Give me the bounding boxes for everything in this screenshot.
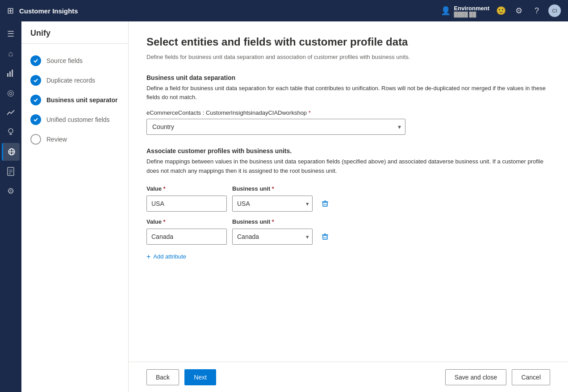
app-body: ☰ ⌂ ◎ ⚙ Unify Source fields [0,21,568,392]
sidebar-step-review[interactable]: Review [21,129,128,149]
delete-row-2-button[interactable] [318,229,332,244]
chart-nav-icon[interactable] [2,104,20,121]
sidebar-step-unified[interactable]: Unified customer fields [21,110,128,129]
add-attribute-button[interactable]: + Add attribute [146,251,186,263]
value-column-header: Value * [146,185,227,192]
add-plus-icon: + [146,253,150,261]
hamburger-menu-icon[interactable]: ☰ [2,25,20,43]
svg-rect-1 [9,71,11,77]
business-unit-select-1[interactable]: USA Canada [232,196,313,212]
report-nav-icon[interactable] [2,163,20,180]
business-unit-label-2: Business unit * [232,218,313,225]
step-label-unified: Unified customer fields [46,116,110,123]
business-unit-section-desc: Define a field for business unit data se… [146,84,550,103]
bulb-nav-icon[interactable] [2,123,20,141]
sidebar-steps: Source fields Duplicate records Business… [21,44,128,392]
business-unit-select-wrap-1: USA Canada ▾ [232,196,313,212]
country-select-container: Country Region State ▾ [146,119,405,135]
segment-nav-icon[interactable] [2,143,20,161]
sidebar-header: Unify [21,21,128,44]
env-sublabel: ████ ██ [454,12,489,17]
step-label-review: Review [46,136,67,143]
main-content: Select entities and fields with customer… [129,21,568,392]
value-input-1[interactable] [146,196,227,212]
cancel-button[interactable]: Cancel [512,369,550,385]
environment-info: 👤 Environment ████ ██ [441,5,489,17]
add-attribute-label: Add attribute [153,253,186,260]
delete-row-1-button[interactable] [318,196,332,211]
analytics-nav-icon[interactable] [2,64,20,82]
mapping-columns-header: Value * Business unit * [146,185,550,192]
step-circle-duplicate [30,75,41,86]
env-label: Environment [454,5,489,12]
mapping-row-2: Canada USA ▾ [146,229,550,245]
svg-rect-18 [323,235,327,239]
back-button[interactable]: Back [146,369,179,385]
associate-section-title: Associate customer profiles with busines… [146,147,550,154]
svg-point-3 [8,129,13,133]
sidebar-step-duplicate[interactable]: Duplicate records [21,71,128,90]
footer: Back Next Save and close Cancel [129,362,568,392]
help-icon[interactable]: ? [530,4,543,17]
page-subtitle: Define fields for business unit data sep… [146,53,550,62]
top-navigation: ⊞ Customer Insights 👤 Environment ████ █… [0,0,568,21]
entity-required: * [307,109,311,116]
business-unit-select-wrap-2: Canada USA ▾ [232,229,313,245]
gear-nav-icon[interactable]: ⚙ [2,182,20,200]
svg-rect-9 [8,167,14,175]
step-circle-unified [30,114,41,125]
sidebar-step-source-fields[interactable]: Source fields [21,51,128,71]
mapping-row-1: USA Canada ▾ [146,196,550,212]
smiley-icon[interactable]: 🙂 [495,4,507,17]
step-circle-business-unit [30,95,41,105]
entity-name-text: eCommerceContacts : CustomerInsightsinad… [146,109,311,116]
sidebar: Unify Source fields Duplicate records [21,21,129,392]
step-circle-review [30,134,41,145]
avatar[interactable]: CI [548,4,561,17]
next-button[interactable]: Next [184,369,216,385]
business-unit-column-header: Business unit * [232,185,313,192]
business-unit-section-title: Business unit data separation [146,74,550,81]
home-nav-icon[interactable]: ⌂ [2,45,20,63]
settings-nav-icon[interactable]: ⚙ [513,4,525,17]
business-unit-section: Business unit data separation Define a f… [146,74,550,135]
value-label-2: Value * [146,218,227,225]
app-title: Customer Insights [19,7,435,15]
content-area: Select entities and fields with customer… [129,21,568,362]
entity-label: eCommerceContacts : CustomerInsightsinad… [146,109,550,116]
value-required-star: * [162,185,166,192]
footer-right: Save and close Cancel [445,369,550,385]
icon-bar: ☰ ⌂ ◎ ⚙ [0,21,21,392]
mapping-row-2-labels: Value * Business unit * [146,218,550,225]
country-select[interactable]: Country Region State [146,119,405,135]
business-unit-select-2[interactable]: Canada USA [232,229,313,245]
nav-right: 👤 Environment ████ ██ 🙂 ⚙ ? CI [441,4,561,17]
page-title: Select entities and fields with customer… [146,36,550,48]
target-nav-icon[interactable]: ◎ [2,84,20,102]
business-unit-required-star: * [270,185,274,192]
svg-rect-13 [323,202,327,206]
associate-section: Associate customer profiles with busines… [146,147,550,263]
svg-rect-2 [12,70,13,77]
associate-section-desc: Define mappings between values in the bu… [146,157,550,176]
save-close-button[interactable]: Save and close [445,369,507,385]
svg-rect-0 [7,73,8,77]
step-label-source: Source fields [46,57,83,64]
step-label-duplicate: Duplicate records [46,77,95,84]
env-icon: 👤 [441,6,451,16]
sidebar-step-business-unit[interactable]: Business unit separator [21,90,128,110]
grid-icon[interactable]: ⊞ [7,6,14,16]
value-input-2[interactable] [146,229,227,245]
step-circle-source [30,55,41,66]
step-label-business-unit: Business unit separator [46,96,118,104]
